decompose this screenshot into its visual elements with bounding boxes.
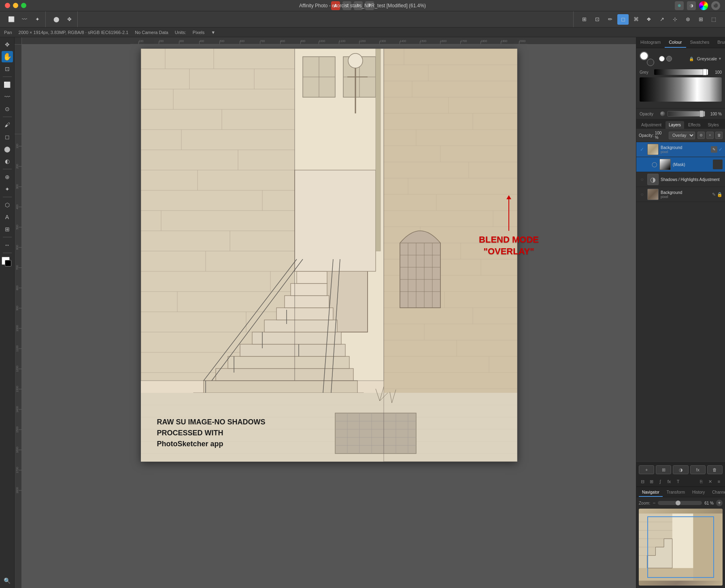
color-hsl-icon[interactable]: ⊕ xyxy=(675,1,684,10)
tab-brushes[interactable]: Brushes xyxy=(713,37,725,48)
ellipse-select-tool[interactable]: ⬤ xyxy=(51,14,62,25)
canvas-container[interactable]: RAW SU IMAGE-NO SHADOWS PROCESSED WITH P… xyxy=(22,45,636,588)
layer-del-btn[interactable]: 🗑 xyxy=(707,465,723,474)
eraser-tool[interactable]: ◻ xyxy=(2,131,13,143)
layer-opacity-value[interactable]: 100 % xyxy=(655,131,666,140)
move-tool-toolbar[interactable]: ✥ xyxy=(64,14,75,25)
layer-add-icon[interactable]: + xyxy=(706,132,714,139)
tab-layers[interactable]: Layers xyxy=(665,121,684,129)
white-indicator[interactable] xyxy=(659,56,665,62)
grey-indicator[interactable] xyxy=(666,56,672,62)
arrange-icon[interactable]: ❖ xyxy=(643,14,655,25)
curves-icon[interactable]: ∫ xyxy=(657,478,664,485)
pan-tool[interactable]: ✋ xyxy=(2,51,13,62)
brush-select-tool[interactable]: ⊙ xyxy=(2,103,13,115)
layer-group-btn[interactable]: ⊞ xyxy=(656,465,671,474)
clone-tool[interactable]: ⊕ xyxy=(2,171,13,183)
lock-icon[interactable]: 🔒 xyxy=(689,57,694,61)
text-tool[interactable]: A xyxy=(2,211,13,223)
color-wheel-icon[interactable] xyxy=(699,1,708,10)
selection-tool[interactable]: ⬜ xyxy=(2,79,13,90)
opacity-slider-thumb[interactable] xyxy=(699,111,704,117)
background2-edit-icon[interactable]: ✎ xyxy=(712,192,716,197)
tab-adjustment[interactable]: Adjustment xyxy=(638,121,665,129)
layers-stack-icon[interactable]: ⊟ xyxy=(639,478,646,485)
rect-select-tool[interactable]: ⬜ xyxy=(6,14,17,25)
foreground-color[interactable] xyxy=(2,257,13,268)
navigator-thumbnail[interactable] xyxy=(639,509,723,586)
units-dropdown-arrow[interactable]: ▼ xyxy=(211,30,215,35)
mask-thumb-icon[interactable] xyxy=(713,160,723,169)
layer-item-background2[interactable]: ○ Background pixel ✎ 🔒 xyxy=(636,187,725,202)
tab-navigator[interactable]: Navigator xyxy=(639,488,663,497)
contrast-icon[interactable]: ◑ xyxy=(687,1,696,10)
tab-styles[interactable]: Styles xyxy=(704,121,722,129)
layer-item-background[interactable]: ✓ Background pixel ✎ ✓ xyxy=(636,142,725,157)
adjustment-visibility-icon[interactable]: ○ xyxy=(639,176,645,183)
tab-swatches[interactable]: Swatches xyxy=(686,37,714,48)
layer-settings-icon[interactable]: ⚙ xyxy=(697,132,705,139)
transform-tool[interactable]: ↔ xyxy=(2,239,13,251)
tab-effects[interactable]: Effects xyxy=(685,121,704,129)
zoom-minus-icon[interactable]: − xyxy=(653,500,655,506)
paint-brush-tool[interactable]: 🖌 xyxy=(2,119,13,130)
brush-tool-icon[interactable]: ✏ xyxy=(604,14,616,25)
fx-icon[interactable]: fx xyxy=(665,478,673,485)
extra3-icon[interactable]: ⊞ xyxy=(695,14,706,25)
extra2-icon[interactable]: ⊛ xyxy=(682,14,693,25)
opacity-slider-track[interactable] xyxy=(668,111,705,117)
maximize-button[interactable] xyxy=(21,3,26,8)
erase-icon[interactable]: ◻ xyxy=(617,14,629,25)
zoom-slider-track[interactable] xyxy=(658,501,702,505)
export-icon[interactable]: ↗ xyxy=(656,14,668,25)
dropdown-arrow-icon[interactable]: ▼ xyxy=(718,57,722,61)
layer-visibility-icon[interactable]: ✓ xyxy=(639,146,645,153)
crop-tool[interactable]: ⊡ xyxy=(2,63,13,75)
move-tool[interactable]: ✥ xyxy=(2,39,13,50)
heal-tool[interactable]: ✦ xyxy=(2,183,13,195)
view-options-icon[interactable]: ⌘ xyxy=(630,14,642,25)
layer-mask-btn[interactable]: ◑ xyxy=(673,465,688,474)
color-selector[interactable] xyxy=(640,51,654,66)
fill-tool[interactable]: ⬤ xyxy=(2,143,13,155)
transform-icon[interactable]: ⊞ xyxy=(648,478,655,485)
table-tool[interactable]: ⊞ xyxy=(2,224,13,235)
tab-history[interactable]: History xyxy=(689,488,708,497)
lasso-select-tool[interactable]: 〰 xyxy=(2,91,13,102)
grid-icon[interactable]: ⊞ xyxy=(578,14,590,25)
layer-item-adjustment[interactable]: ○ ◑ Shadows / Highlights Adjustment xyxy=(636,172,725,187)
background2-visibility-icon[interactable]: ○ xyxy=(639,191,645,198)
lasso-tool[interactable]: 〰 xyxy=(19,14,30,25)
zoom-plus-icon[interactable]: + xyxy=(716,500,723,506)
tab-transform[interactable]: Transform xyxy=(663,488,688,497)
extra4-icon[interactable]: ⬚ xyxy=(708,14,719,25)
layer-fx-btn[interactable]: fx xyxy=(690,465,706,474)
minimize-button[interactable] xyxy=(13,3,18,8)
canvas-area[interactable]: 100 200 300 400 500 600 700 800 900 1000… xyxy=(22,37,636,588)
blend-mode-select[interactable]: Overlay xyxy=(669,132,695,139)
text-icon[interactable]: T xyxy=(674,478,682,485)
close-button[interactable] xyxy=(5,3,10,8)
grey-slider-thumb[interactable] xyxy=(703,69,707,75)
layer-delete-icon[interactable]: 🗑 xyxy=(715,132,723,139)
gradient-tool[interactable]: ◐ xyxy=(2,156,13,167)
snapping-icon[interactable]: ⊡ xyxy=(591,14,603,25)
layer-edit-icon[interactable]: ✎ xyxy=(711,146,717,153)
tab-histogram[interactable]: Histogram xyxy=(636,37,665,48)
mask-visibility-icon[interactable]: ◯ xyxy=(651,161,657,168)
polygon-tool[interactable]: ✦ xyxy=(32,14,43,25)
duplicate-icon[interactable]: ⎘ xyxy=(697,478,705,485)
vector-tool[interactable]: ⬡ xyxy=(2,199,13,211)
delete-icon[interactable]: ✕ xyxy=(706,478,714,485)
tab-channels[interactable]: Channels xyxy=(709,488,725,497)
grey-slider-track[interactable] xyxy=(654,69,708,75)
tab-colour[interactable]: Colour xyxy=(665,37,686,48)
greyscale-dropdown[interactable]: Greyscale ▼ xyxy=(697,56,722,61)
zoom-slider-thumb[interactable] xyxy=(676,501,680,505)
more-icon[interactable]: ≡ xyxy=(715,478,723,485)
layer-add-btn[interactable]: + xyxy=(639,465,654,474)
zoom-tool[interactable]: 🔍 xyxy=(2,575,13,586)
circle-icon[interactable]: ⚫ xyxy=(711,1,720,10)
extra1-icon[interactable]: ⊹ xyxy=(669,14,680,25)
tab-stock[interactable]: Stock xyxy=(723,121,725,129)
